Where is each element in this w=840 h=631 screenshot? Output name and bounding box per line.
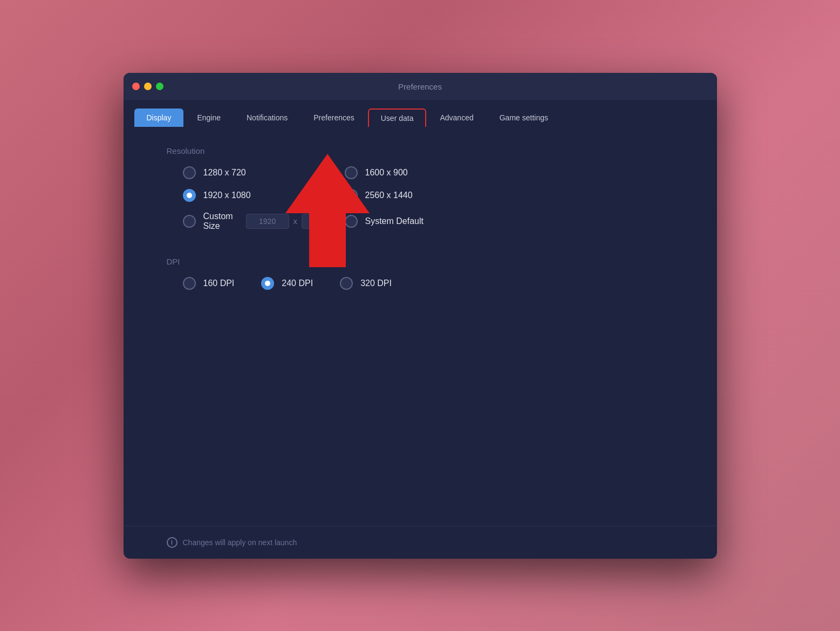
custom-height-input[interactable] [302, 214, 345, 229]
tabs-bar: Display Engine Notifications Preferences… [124, 101, 717, 127]
radio-label-1920: 1920 x 1080 [203, 191, 251, 200]
radio-1600[interactable] [345, 166, 358, 179]
radio-label-1280: 1280 x 720 [203, 168, 246, 178]
resolution-option-1920[interactable]: 1920 x 1080 [183, 189, 345, 202]
radio-1280[interactable] [183, 166, 196, 179]
radio-label-dpi-320: 320 DPI [360, 279, 392, 288]
resolution-option-1280[interactable]: 1280 x 720 [183, 166, 345, 179]
close-button[interactable] [132, 83, 140, 90]
radio-dpi-160[interactable] [183, 277, 196, 290]
dpi-option-240[interactable]: 240 DPI [261, 277, 313, 290]
footer-text: Changes will apply on next launch [183, 538, 297, 547]
radio-system[interactable] [345, 215, 358, 228]
custom-size-inputs: x [246, 214, 345, 229]
radio-2560[interactable] [345, 189, 358, 202]
resolution-option-2560[interactable]: 2560 x 1440 [345, 189, 507, 202]
preferences-window: Preferences Display Engine Notifications… [124, 73, 717, 559]
resolution-section: Resolution 1280 x 720 1600 x 900 1920 x … [167, 146, 674, 231]
resolution-label: Resolution [167, 146, 674, 155]
radio-dpi-320[interactable] [340, 277, 353, 290]
titlebar: Preferences [124, 73, 717, 101]
dpi-section: DPI 160 DPI 240 DPI 320 DPI [167, 257, 674, 290]
resolution-option-custom[interactable]: Custom Size x [183, 212, 345, 231]
radio-label-custom: Custom Size [203, 212, 233, 231]
dpi-label: DPI [167, 257, 674, 266]
radio-label-system: System Default [365, 216, 424, 226]
custom-x-separator: x [293, 217, 297, 226]
radio-1920[interactable] [183, 189, 196, 202]
resolution-option-system[interactable]: System Default [345, 212, 507, 231]
radio-label-1600: 1600 x 900 [365, 168, 408, 178]
radio-label-dpi-240: 240 DPI [282, 279, 313, 288]
main-content: Resolution 1280 x 720 1600 x 900 1920 x … [124, 127, 717, 526]
traffic-lights [132, 83, 163, 90]
resolution-options: 1280 x 720 1600 x 900 1920 x 1080 2560 x… [167, 166, 674, 231]
tab-preferences[interactable]: Preferences [301, 108, 366, 127]
minimize-button[interactable] [144, 83, 152, 90]
radio-custom[interactable] [183, 215, 196, 228]
maximize-button[interactable] [156, 83, 163, 90]
radio-label-dpi-160: 160 DPI [203, 279, 235, 288]
radio-label-2560: 2560 x 1440 [365, 191, 413, 200]
footer: i Changes will apply on next launch [124, 526, 717, 559]
tab-game-settings[interactable]: Game settings [487, 108, 561, 127]
tab-advanced[interactable]: Advanced [427, 108, 486, 127]
custom-width-input[interactable] [246, 214, 289, 229]
radio-dpi-240[interactable] [261, 277, 274, 290]
dpi-options: 160 DPI 240 DPI 320 DPI [167, 277, 674, 290]
resolution-option-1600[interactable]: 1600 x 900 [345, 166, 507, 179]
tab-notifications[interactable]: Notifications [234, 108, 300, 127]
window-title: Preferences [398, 82, 442, 91]
tab-engine[interactable]: Engine [185, 108, 233, 127]
dpi-option-160[interactable]: 160 DPI [183, 277, 235, 290]
dpi-option-320[interactable]: 320 DPI [340, 277, 392, 290]
info-icon: i [167, 537, 177, 548]
tab-user-data[interactable]: User data [368, 108, 427, 127]
tab-display[interactable]: Display [134, 108, 184, 127]
